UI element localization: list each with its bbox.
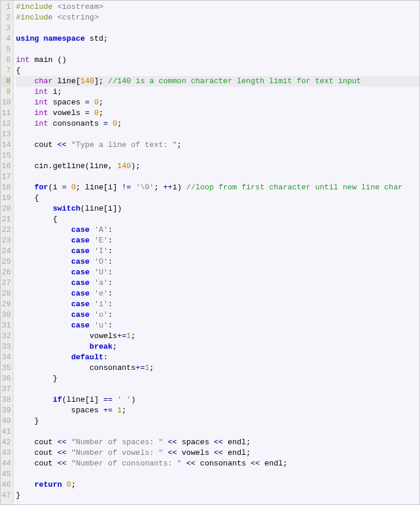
code-line: cout << "Number of vowels: " << vowels <… — [16, 448, 419, 458]
token-pn: ; — [283, 459, 288, 468]
code-line — [16, 172, 419, 182]
line-number: 23 — [2, 235, 11, 246]
token-id: i — [48, 87, 58, 96]
token-kw: case — [71, 225, 90, 234]
token-pn: ; — [149, 363, 154, 372]
token-kw: for — [34, 183, 48, 192]
code-line: spaces += 1; — [16, 405, 419, 416]
line-number: 29 — [2, 299, 11, 310]
token-id — [16, 268, 71, 277]
line-number: 14 — [2, 140, 11, 150]
token-id — [16, 395, 52, 404]
token-id — [16, 353, 71, 362]
code-line: return 0; — [16, 480, 419, 490]
token-id — [108, 119, 113, 128]
token-id: cout — [16, 459, 57, 468]
token-ch: 'E' — [94, 236, 108, 245]
code-line: cout << "Number of spaces: " << spaces <… — [16, 437, 419, 448]
token-num: 0 — [113, 119, 117, 128]
line-number: 15 — [2, 150, 11, 161]
code-line: for(i = 0; line[i] != '\0'; ++i) //loop … — [16, 182, 419, 193]
token-pn: ( — [85, 162, 90, 170]
token-kw: case — [71, 268, 90, 277]
token-op: = — [85, 109, 90, 117]
line-number: 27 — [2, 278, 11, 288]
line-number: 18 — [2, 182, 11, 193]
code-line: #include <iostream> — [16, 2, 419, 12]
token-pn: ; — [131, 332, 136, 340]
line-number: 32 — [2, 331, 11, 342]
token-ch: 'A' — [94, 225, 108, 234]
line-number: 42 — [2, 437, 11, 448]
code-line: vowels+=1; — [16, 331, 419, 342]
token-op: << — [214, 448, 224, 457]
code-line: case 'A': — [16, 225, 419, 235]
token-id — [90, 247, 94, 255]
code-line — [16, 469, 419, 480]
token-id — [16, 204, 52, 213]
token-pn: : — [108, 257, 113, 266]
code-line: { — [16, 193, 419, 204]
code-line: break; — [16, 342, 419, 352]
token-num: 140 — [117, 162, 131, 170]
code-line: { — [16, 214, 419, 225]
token-pn: ; — [177, 140, 182, 149]
token-id — [90, 257, 94, 266]
token-pn: : — [108, 225, 113, 234]
token-pn: : — [108, 300, 113, 309]
token-pn: ; — [117, 119, 122, 128]
token-id — [16, 257, 71, 266]
code-line — [16, 384, 419, 395]
token-kw: case — [71, 236, 90, 245]
token-pn: } — [52, 374, 57, 383]
token-ch: 'a' — [94, 278, 108, 287]
token-num: 0 — [67, 480, 71, 489]
line-number: 21 — [2, 214, 11, 225]
token-op: << — [168, 448, 177, 457]
token-id: line — [52, 77, 76, 86]
line-number: 38 — [2, 395, 11, 405]
token-id — [90, 289, 94, 298]
token-id: vowels — [16, 332, 117, 340]
token-id — [16, 417, 34, 425]
token-kw: case — [71, 310, 90, 319]
code-line: } — [16, 416, 419, 427]
token-op: << — [214, 438, 224, 447]
line-number: 43 — [2, 448, 11, 458]
code-area[interactable]: #include <iostream>#include <cstring>usi… — [14, 1, 419, 504]
token-id: i — [108, 204, 113, 213]
code-line: #include <cstring> — [16, 12, 419, 23]
token-id — [16, 119, 34, 128]
line-number: 8 — [2, 76, 11, 87]
code-line: char line[140]; //140 is a common charac… — [16, 76, 419, 87]
token-pn: [ — [103, 204, 108, 213]
token-id — [16, 225, 71, 234]
line-number: 22 — [2, 225, 11, 235]
code-line: case 'E': — [16, 235, 419, 246]
token-id — [90, 225, 94, 234]
code-line — [16, 44, 419, 55]
code-line: case 'i': — [16, 299, 419, 310]
code-line: case 'e': — [16, 288, 419, 299]
token-pn: ( — [80, 204, 85, 213]
token-id — [90, 268, 94, 277]
code-line: cin.getline(line, 140); — [16, 161, 419, 172]
code-line: using namespace std; — [16, 34, 419, 44]
token-pn: ; — [99, 98, 103, 107]
token-id — [90, 310, 94, 319]
token-pn: : — [103, 353, 108, 362]
token-kw: using — [16, 34, 39, 43]
line-number: 24 — [2, 246, 11, 257]
token-kw: case — [71, 321, 90, 330]
token-op: = — [103, 119, 108, 128]
token-kw: case — [71, 247, 90, 255]
token-pn: : — [108, 268, 113, 277]
token-id: spaces — [177, 438, 214, 447]
token-id — [90, 109, 94, 117]
token-pn: ) — [177, 183, 186, 192]
token-id — [67, 140, 71, 149]
token-id: cout — [16, 438, 57, 447]
token-id: line — [85, 204, 103, 213]
token-op: = — [85, 98, 90, 107]
line-number: 26 — [2, 267, 11, 278]
